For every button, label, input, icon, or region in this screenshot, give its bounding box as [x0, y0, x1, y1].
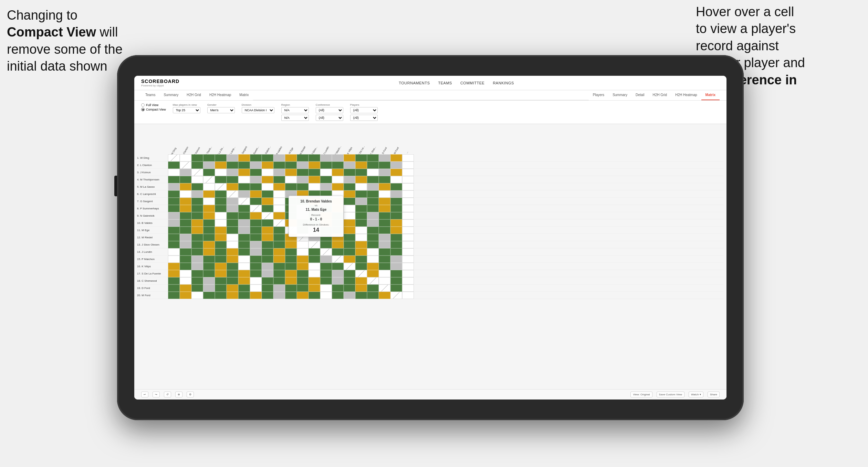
share-button[interactable]: Share	[708, 392, 720, 397]
grid-cell-3-8[interactable]	[262, 176, 273, 183]
grid-cell-15-17[interactable]	[367, 263, 379, 270]
grid-cell-13-7[interactable]	[250, 248, 262, 256]
grid-cell-11-7[interactable]	[250, 234, 262, 241]
grid-cell-12-5[interactable]	[227, 241, 238, 248]
grid-cell-3-5[interactable]	[227, 176, 238, 183]
zoom-button[interactable]: ⊕	[175, 392, 182, 397]
grid-cell-17-6[interactable]	[238, 277, 250, 284]
grid-cell-4-7[interactable]	[250, 183, 262, 190]
tab-matrix2[interactable]: Matrix	[701, 90, 720, 100]
grid-cell-7-7[interactable]	[250, 205, 262, 212]
grid-cell-14-20[interactable]	[402, 256, 414, 263]
grid-cell-0-13[interactable]	[320, 154, 332, 162]
nav-committee[interactable]: COMMITTEE	[460, 80, 485, 86]
grid-cell-8-8[interactable]	[262, 212, 273, 219]
grid-cell-10-2[interactable]	[191, 227, 203, 234]
grid-cell-6-2[interactable]	[191, 198, 203, 205]
grid-cell-15-19[interactable]	[390, 263, 402, 270]
grid-cell-17-3[interactable]	[203, 277, 215, 284]
grid-cell-7-16[interactable]	[355, 205, 367, 212]
grid-cell-9-1[interactable]	[180, 219, 191, 227]
grid-cell-18-1[interactable]	[180, 284, 191, 292]
grid-cell-12-0[interactable]	[168, 241, 180, 248]
grid-cell-18-10[interactable]	[285, 284, 297, 292]
grid-cell-0-2[interactable]	[191, 154, 203, 162]
grid-cell-17-17[interactable]	[367, 277, 379, 284]
filter-conference-select[interactable]: (All)	[316, 107, 343, 113]
grid-cell-6-7[interactable]	[250, 198, 262, 205]
nav-tournaments[interactable]: TOURNAMENTS	[399, 80, 430, 86]
grid-cell-16-3[interactable]	[203, 270, 215, 277]
grid-cell-2-10[interactable]	[285, 169, 297, 176]
grid-cell-5-9[interactable]	[273, 190, 285, 198]
grid-cell-1-1[interactable]	[180, 162, 191, 169]
grid-cell-4-3[interactable]	[203, 183, 215, 190]
grid-cell-19-15[interactable]	[344, 292, 355, 299]
grid-cell-14-11[interactable]	[297, 256, 308, 263]
grid-cell-8-4[interactable]	[215, 212, 227, 219]
grid-cell-9-4[interactable]	[215, 219, 227, 227]
grid-cell-19-20[interactable]	[402, 292, 414, 299]
grid-cell-8-18[interactable]	[379, 212, 390, 219]
save-custom-button[interactable]: Save Custom View	[657, 392, 684, 397]
grid-cell-14-12[interactable]	[308, 256, 320, 263]
grid-cell-2-8[interactable]	[262, 169, 273, 176]
grid-cell-15-14[interactable]	[332, 263, 344, 270]
grid-cell-0-19[interactable]	[390, 154, 402, 162]
grid-cell-0-15[interactable]	[344, 154, 355, 162]
grid-cell-6-4[interactable]	[215, 198, 227, 205]
grid-cell-3-6[interactable]	[238, 176, 250, 183]
grid-cell-3-11[interactable]	[297, 176, 308, 183]
grid-cell-16-6[interactable]	[238, 270, 250, 277]
grid-cell-11-16[interactable]	[355, 234, 367, 241]
grid-cell-15-10[interactable]	[285, 263, 297, 270]
grid-cell-18-15[interactable]	[344, 284, 355, 292]
grid-cell-15-7[interactable]	[250, 263, 262, 270]
grid-cell-15-16[interactable]	[355, 263, 367, 270]
grid-cell-14-2[interactable]	[191, 256, 203, 263]
grid-cell-16-0[interactable]	[168, 270, 180, 277]
grid-cell-15-4[interactable]	[215, 263, 227, 270]
grid-cell-19-17[interactable]	[367, 292, 379, 299]
grid-cell-13-5[interactable]	[227, 248, 238, 256]
grid-cell-11-19[interactable]	[390, 234, 402, 241]
grid-cell-8-1[interactable]	[180, 212, 191, 219]
grid-cell-18-5[interactable]	[227, 284, 238, 292]
grid-cell-3-13[interactable]	[320, 176, 332, 183]
grid-cell-15-5[interactable]	[227, 263, 238, 270]
grid-cell-10-18[interactable]	[379, 227, 390, 234]
grid-cell-1-18[interactable]	[379, 162, 390, 169]
grid-cell-0-10[interactable]	[285, 154, 297, 162]
grid-cell-14-14[interactable]	[332, 256, 344, 263]
grid-cell-16-15[interactable]	[344, 270, 355, 277]
tab-summary2[interactable]: Summary	[608, 90, 631, 100]
grid-cell-16-10[interactable]	[285, 270, 297, 277]
grid-cell-5-7[interactable]	[250, 190, 262, 198]
grid-cell-10-9[interactable]	[273, 227, 285, 234]
grid-cell-12-6[interactable]	[238, 241, 250, 248]
grid-cell-0-16[interactable]	[355, 154, 367, 162]
grid-cell-7-5[interactable]	[227, 205, 238, 212]
grid-cell-17-9[interactable]	[273, 277, 285, 284]
grid-cell-14-15[interactable]	[344, 256, 355, 263]
grid-cell-10-8[interactable]	[262, 227, 273, 234]
grid-cell-19-3[interactable]	[203, 292, 215, 299]
grid-cell-18-12[interactable]	[308, 284, 320, 292]
grid-cell-9-6[interactable]	[238, 219, 250, 227]
filter-players-select2[interactable]: (All)	[350, 115, 378, 121]
grid-cell-18-9[interactable]	[273, 284, 285, 292]
grid-cell-13-11[interactable]	[297, 248, 308, 256]
filter-conference-select2[interactable]: (All)	[316, 115, 343, 121]
grid-cell-19-4[interactable]	[215, 292, 227, 299]
grid-cell-10-1[interactable]	[180, 227, 191, 234]
grid-cell-12-12[interactable]	[308, 241, 320, 248]
grid-cell-11-18[interactable]	[379, 234, 390, 241]
grid-cell-8-9[interactable]	[273, 212, 285, 219]
grid-cell-9-5[interactable]	[227, 219, 238, 227]
grid-cell-17-7[interactable]	[250, 277, 262, 284]
grid-cell-14-6[interactable]	[238, 256, 250, 263]
grid-cell-11-4[interactable]	[215, 234, 227, 241]
grid-cell-15-18[interactable]	[379, 263, 390, 270]
grid-cell-8-17[interactable]	[367, 212, 379, 219]
grid-cell-18-20[interactable]	[402, 284, 414, 292]
